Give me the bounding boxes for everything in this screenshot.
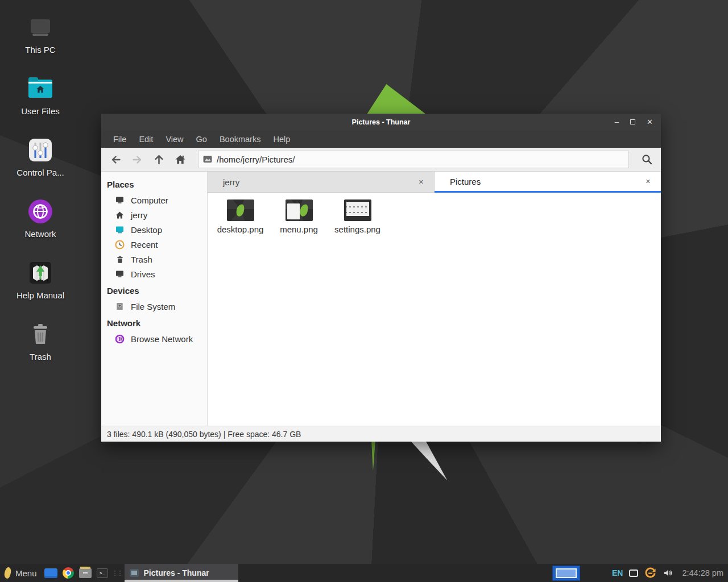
up-button[interactable] <box>148 150 169 169</box>
workspace-switcher[interactable] <box>552 566 580 581</box>
sidebar-item-browse-network[interactable]: Browse Network <box>101 331 207 346</box>
home-button[interactable] <box>169 150 191 169</box>
launcher-file-manager[interactable] <box>77 564 94 582</box>
titlebar[interactable]: Pictures - Thunar – ✕ <box>101 114 661 130</box>
thunar-task-icon <box>130 569 139 577</box>
keyboard-layout-indicator[interactable]: EN <box>612 568 623 577</box>
volume-icon[interactable] <box>663 568 673 578</box>
taskbar-task-thunar[interactable]: Pictures - Thunar <box>125 564 238 582</box>
search-button[interactable] <box>635 150 659 169</box>
taskbar-separator: ⋮⋮ <box>111 569 125 577</box>
close-tab-icon[interactable]: ✕ <box>643 176 653 188</box>
menu-bookmarks[interactable]: Bookmarks <box>213 130 267 148</box>
close-button[interactable]: ✕ <box>647 118 653 126</box>
desktop-icon-label: This PC <box>25 45 55 55</box>
file-name: desktop.png <box>217 225 264 234</box>
tab-bar: jerry ✕ Pictures ✕ <box>208 172 661 193</box>
image-thumbnail <box>286 199 313 221</box>
clock[interactable]: 2:44:28 pm <box>682 568 723 577</box>
tab-jerry[interactable]: jerry ✕ <box>208 172 435 193</box>
tab-label: jerry <box>223 177 416 187</box>
launcher-terminal[interactable]: >_ <box>94 564 111 582</box>
distro-logo-icon <box>4 567 11 579</box>
menu-button-label: Menu <box>15 568 37 578</box>
image-thumbnail <box>344 199 371 221</box>
globe-icon <box>115 334 125 344</box>
main-panel: jerry ✕ Pictures ✕ desktop.png menu.png <box>208 172 661 426</box>
sidebar-section-network: Network <box>101 314 207 331</box>
tab-label: Pictures <box>450 177 643 186</box>
toolbar <box>101 148 661 172</box>
window-icon <box>44 568 57 578</box>
image-folder-icon <box>203 155 212 165</box>
minimize-button[interactable]: – <box>615 118 619 126</box>
sidebar-item-desktop[interactable]: Desktop <box>101 222 207 237</box>
menu-go[interactable]: Go <box>190 130 213 148</box>
drives-icon <box>115 269 125 279</box>
file-menu-png[interactable]: menu.png <box>270 199 328 234</box>
menu-edit[interactable]: Edit <box>133 130 159 148</box>
computer-icon <box>115 196 125 205</box>
desktop-icon-user-files[interactable]: User Files <box>9 75 72 116</box>
launcher-chrome[interactable] <box>60 564 77 582</box>
system-tray: EN 2:44:28 pm <box>612 564 728 582</box>
close-tab-icon[interactable]: ✕ <box>416 176 426 188</box>
sidebar-item-trash[interactable]: Trash <box>101 252 207 267</box>
forward-button[interactable] <box>126 150 148 169</box>
desktop-icon-label: Network <box>24 229 56 239</box>
file-desktop-png[interactable]: desktop.png <box>211 199 270 234</box>
file-settings-png[interactable]: settings.png <box>328 199 387 234</box>
back-button[interactable] <box>105 150 126 169</box>
menu-button[interactable]: Menu <box>0 564 43 582</box>
active-workspace <box>556 568 577 578</box>
desktop-icon-control-panel[interactable]: Control Pa... <box>9 136 72 177</box>
status-bar: 3 files: 490.1 kB (490,050 bytes) | Free… <box>101 426 661 442</box>
task-label: Pictures - Thunar <box>144 568 209 577</box>
taskbar: Menu >_ ⋮⋮ Pictures - Thunar EN 2:44:28 … <box>0 564 728 582</box>
sidebar-item-drives[interactable]: Drives <box>101 267 207 281</box>
sidebar-item-label: Browse Network <box>131 334 193 344</box>
forward-arrow-icon <box>131 154 143 165</box>
desktop-icon-label: Help Manual <box>16 290 64 300</box>
launcher-show-desktop[interactable] <box>43 564 60 582</box>
image-thumbnail <box>227 199 254 221</box>
sidebar-item-file-system[interactable]: File System <box>101 299 207 314</box>
window-controls: – ✕ <box>615 114 653 130</box>
archive-icon <box>79 568 92 578</box>
menu-file[interactable]: File <box>107 130 133 148</box>
desktop-icon-label: Trash <box>30 352 51 361</box>
update-manager-icon[interactable] <box>644 567 656 579</box>
sidebar-item-computer[interactable]: Computer <box>101 193 207 207</box>
file-name: menu.png <box>280 225 318 234</box>
up-arrow-icon <box>153 153 165 165</box>
desktop-icon-label: Control Pa... <box>16 168 64 177</box>
maximize-button[interactable] <box>630 119 635 124</box>
sidebar-item-label: Desktop <box>131 225 162 235</box>
desktop-icon-network[interactable]: Network <box>9 198 72 239</box>
window-title: Pictures - Thunar <box>352 118 411 126</box>
desktop-icon <box>115 225 125 235</box>
location-bar <box>198 151 629 168</box>
tab-pictures[interactable]: Pictures ✕ <box>435 172 661 193</box>
file-list[interactable]: desktop.png menu.png settings.png <box>208 193 661 426</box>
menu-help[interactable]: Help <box>267 130 296 148</box>
file-name: settings.png <box>334 225 380 234</box>
display-icon[interactable] <box>629 569 638 577</box>
sidebar-item-label: File System <box>131 302 175 311</box>
desktop-icon-this-pc[interactable]: This PC <box>9 14 72 55</box>
path-input[interactable] <box>198 151 629 168</box>
computer-icon <box>27 14 54 41</box>
desktop-icon-help-manual[interactable]: Help Manual <box>9 259 72 300</box>
sidebar-item-jerry[interactable]: jerry <box>101 207 207 222</box>
sidebar-section-places: Places <box>101 175 207 193</box>
sidebar-item-recent[interactable]: Recent <box>101 237 207 252</box>
window-content: Places Computer jerry Desktop Recent Tra… <box>101 172 661 426</box>
thunar-window: Pictures - Thunar – ✕ File Edit View Go … <box>101 114 661 442</box>
sidebar: Places Computer jerry Desktop Recent Tra… <box>101 172 208 426</box>
desktop-icon-trash[interactable]: Trash <box>9 321 72 361</box>
sidebar-item-label: Computer <box>131 196 168 205</box>
trash-icon <box>27 321 54 348</box>
menu-view[interactable]: View <box>159 130 189 148</box>
desktop-icon-column: This PC User Files Control Pa... <box>9 14 72 361</box>
maximize-icon <box>630 119 635 124</box>
